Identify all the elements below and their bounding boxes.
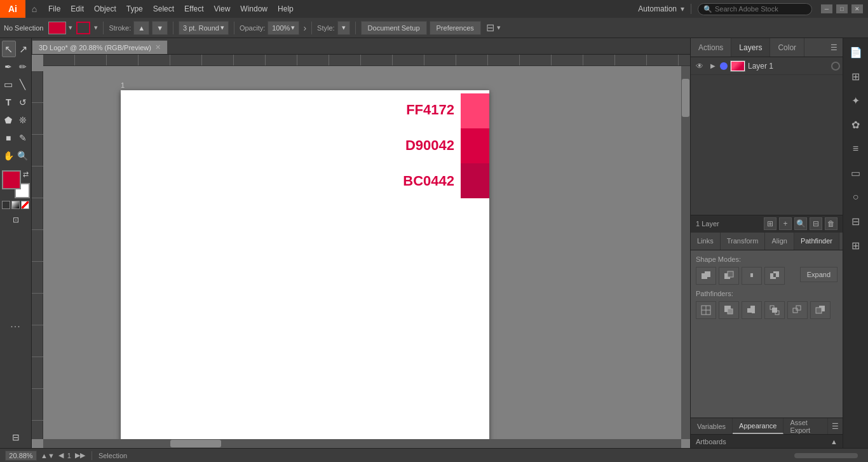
- panel-rect-icon[interactable]: ▭: [844, 161, 867, 184]
- fill-arrow[interactable]: ▾: [69, 24, 72, 32]
- menu-object[interactable]: Object: [89, 0, 121, 18]
- rect-tool[interactable]: ▭: [2, 76, 16, 93]
- minimize-button[interactable]: ─: [821, 4, 832, 13]
- fill-color-swatch[interactable]: [48, 22, 66, 34]
- expand-btn[interactable]: Expand: [800, 267, 837, 282]
- stroke-arrow[interactable]: ▾: [94, 24, 98, 32]
- selection-tool[interactable]: ↖: [2, 41, 17, 57]
- doc-setup-btn[interactable]: Document Setup: [361, 21, 427, 35]
- fg-color-swatch[interactable]: [2, 170, 21, 189]
- maximize-button[interactable]: □: [836, 4, 848, 13]
- panel-circle-icon[interactable]: ○: [844, 186, 867, 208]
- sub-panel-menu-btn[interactable]: ☰: [828, 418, 843, 434]
- outline-btn[interactable]: [787, 301, 808, 319]
- menu-window[interactable]: Window: [235, 0, 273, 18]
- expand-icon[interactable]: ›: [303, 23, 306, 33]
- zoom-prev-icon[interactable]: ◀: [58, 451, 64, 459]
- layer-expand-btn[interactable]: ▶: [709, 62, 717, 71]
- tab-close-icon[interactable]: ✕: [155, 43, 161, 51]
- document-tab[interactable]: 3D Logo* @ 20.88% (RGB/Preview) ✕: [32, 40, 168, 54]
- tab-actions[interactable]: Actions: [691, 38, 731, 57]
- arrange-icon[interactable]: ⊟: [486, 22, 494, 34]
- zoom-input[interactable]: [5, 451, 37, 461]
- menu-view[interactable]: View: [209, 0, 236, 18]
- layer-row-1[interactable]: 👁 ▶ Layer 1: [691, 57, 843, 75]
- pencil-tool[interactable]: ✏: [16, 58, 30, 75]
- trim-btn[interactable]: [719, 301, 739, 319]
- automation-dropdown-icon[interactable]: ▾: [681, 4, 684, 13]
- sub-tab-variables[interactable]: Variables: [691, 418, 733, 434]
- scroll-thumb-horizontal[interactable]: [170, 440, 221, 447]
- search-input[interactable]: [715, 5, 804, 13]
- menu-help[interactable]: Help: [273, 0, 299, 18]
- exclude-btn[interactable]: [764, 267, 785, 285]
- opacity-value-btn[interactable]: 100% ▾: [268, 21, 299, 35]
- minus-back-btn[interactable]: [810, 301, 831, 319]
- home-icon[interactable]: ⌂: [25, 0, 43, 18]
- menu-select[interactable]: Select: [148, 0, 179, 18]
- panel-puppet-icon[interactable]: ✿: [844, 113, 867, 136]
- layer-visibility-btn[interactable]: 👁: [693, 60, 706, 72]
- tab-transform[interactable]: Transform: [721, 233, 766, 250]
- menu-effect[interactable]: Effect: [179, 0, 208, 18]
- panel-magic-icon[interactable]: ✦: [844, 89, 867, 112]
- layer-target-btn[interactable]: [831, 62, 840, 71]
- stroke-up-btn[interactable]: ▲: [133, 21, 149, 35]
- menu-edit[interactable]: Edit: [65, 0, 89, 18]
- divide-btn[interactable]: [696, 301, 716, 319]
- stroke-down-btn[interactable]: ▼: [152, 21, 168, 35]
- panel-link-icon[interactable]: ⊟: [844, 210, 867, 233]
- scrollbar-horizontal[interactable]: [43, 439, 681, 448]
- artboard-collapse-icon[interactable]: ▲: [831, 438, 837, 445]
- stroke-style-btn[interactable]: 3 pt. Round ▾: [179, 21, 229, 35]
- layer-search-btn[interactable]: 🔍: [794, 217, 807, 230]
- warp-tool[interactable]: ⬟: [2, 112, 16, 128]
- close-button[interactable]: ✕: [851, 4, 863, 13]
- zoom-next-icon[interactable]: ▶▶: [75, 451, 85, 459]
- scrollbar-vertical[interactable]: [681, 66, 690, 439]
- more-tools-btn[interactable]: ···: [2, 321, 30, 332]
- none-mode-btn[interactable]: [21, 201, 29, 209]
- tab-pathfinder[interactable]: Pathfinder: [794, 233, 839, 250]
- line-tool[interactable]: ╲: [16, 76, 30, 93]
- tab-color[interactable]: Color: [770, 38, 804, 57]
- eyedropper-tool[interactable]: ✎: [16, 130, 30, 146]
- sub-tab-appearance[interactable]: Appearance: [733, 418, 783, 434]
- swap-colors-icon[interactable]: ⇄: [23, 170, 29, 179]
- sub-tab-asset-export[interactable]: Asset Export: [783, 418, 828, 434]
- panel-doc-icon[interactable]: 📄: [844, 41, 867, 64]
- rotate-tool[interactable]: ↺: [16, 94, 30, 111]
- minus-front-btn[interactable]: [719, 267, 739, 285]
- make-sublayer-btn[interactable]: ⊞: [764, 217, 776, 230]
- type-tool[interactable]: T: [2, 94, 16, 111]
- pen-tool[interactable]: ✒: [2, 58, 16, 75]
- panel-lines-icon[interactable]: ≡: [844, 137, 867, 160]
- panel-grid-icon[interactable]: ⊞: [844, 65, 867, 88]
- crop-btn[interactable]: [764, 301, 785, 319]
- delete-layer-btn[interactable]: 🗑: [825, 217, 837, 230]
- tab-align[interactable]: Align: [765, 233, 794, 250]
- unite-btn[interactable]: [696, 267, 716, 285]
- layer-options-btn[interactable]: ⊟: [810, 217, 822, 230]
- canvas-viewport[interactable]: 1 FF4172 D90042 BC0442: [32, 71, 681, 439]
- panel-menu-btn[interactable]: ☰: [825, 38, 843, 57]
- arrange-dropdown[interactable]: ▾: [497, 24, 501, 32]
- zoom-tool[interactable]: 🔍: [16, 147, 30, 164]
- panel-export-icon[interactable]: ⊞: [844, 234, 867, 257]
- draw-mode-btn[interactable]: ⊡: [2, 213, 30, 227]
- extra-panel-btn[interactable]: ⊟: [3, 429, 29, 445]
- merge-btn[interactable]: [742, 301, 762, 319]
- color-mode-btn[interactable]: [2, 201, 10, 209]
- style-dropdown-btn[interactable]: ▾: [337, 21, 350, 35]
- scroll-thumb-vertical[interactable]: [682, 79, 689, 117]
- tab-links[interactable]: Links: [691, 233, 721, 250]
- symbol-tool[interactable]: ❊: [16, 112, 30, 128]
- menu-file[interactable]: File: [43, 0, 65, 18]
- intersect-btn[interactable]: [742, 267, 762, 285]
- hand-tool[interactable]: ✋: [2, 147, 16, 164]
- preferences-btn[interactable]: Preferences: [430, 21, 481, 35]
- gradient-mode-btn[interactable]: [11, 201, 20, 209]
- paint-bucket[interactable]: ■: [2, 130, 16, 146]
- tab-layers[interactable]: Layers: [731, 38, 770, 57]
- menu-type[interactable]: Type: [121, 0, 148, 18]
